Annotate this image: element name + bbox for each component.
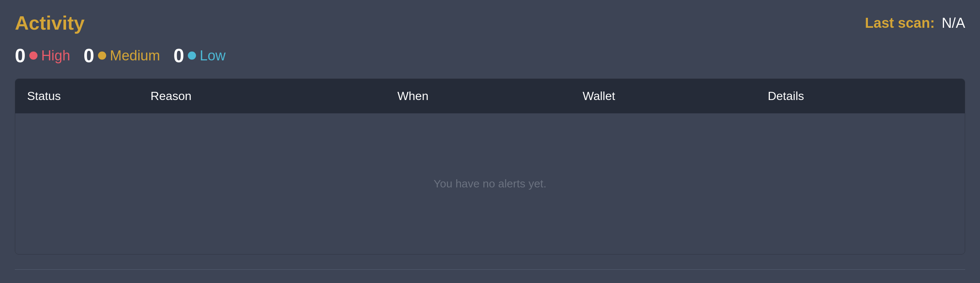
bottom-divider xyxy=(15,269,965,270)
empty-state-message: You have no alerts yet. xyxy=(434,177,546,190)
severity-row: 0 High 0 Medium 0 Low xyxy=(15,44,965,67)
medium-dot-icon xyxy=(98,52,106,60)
header-row: Activity Last scan: N/A xyxy=(15,12,965,34)
last-scan-info: Last scan: N/A xyxy=(865,15,965,31)
page-container: Activity Last scan: N/A 0 High 0 Medium … xyxy=(0,0,980,281)
column-wallet: Wallet xyxy=(582,89,768,103)
low-dot-icon xyxy=(188,52,196,60)
column-reason: Reason xyxy=(151,89,398,103)
column-when: When xyxy=(398,89,583,103)
severity-low: 0 Low xyxy=(173,44,226,67)
low-count: 0 xyxy=(173,44,184,67)
column-status: Status xyxy=(27,89,151,103)
high-dot-icon xyxy=(29,52,38,60)
medium-count: 0 xyxy=(84,44,94,67)
table-body: You have no alerts yet. xyxy=(15,113,965,254)
high-count: 0 xyxy=(15,44,25,67)
severity-medium: 0 Medium xyxy=(84,44,160,67)
alerts-table: Status Reason When Wallet Details You ha… xyxy=(15,79,965,255)
high-label: High xyxy=(41,48,70,64)
page-title: Activity xyxy=(15,12,84,34)
last-scan-label: Last scan: xyxy=(865,15,935,31)
table-header: Status Reason When Wallet Details xyxy=(15,79,965,113)
last-scan-value: N/A xyxy=(942,15,965,31)
medium-label: Medium xyxy=(110,48,160,64)
low-label: Low xyxy=(200,48,226,64)
severity-high: 0 High xyxy=(15,44,70,67)
column-details: Details xyxy=(768,89,953,103)
